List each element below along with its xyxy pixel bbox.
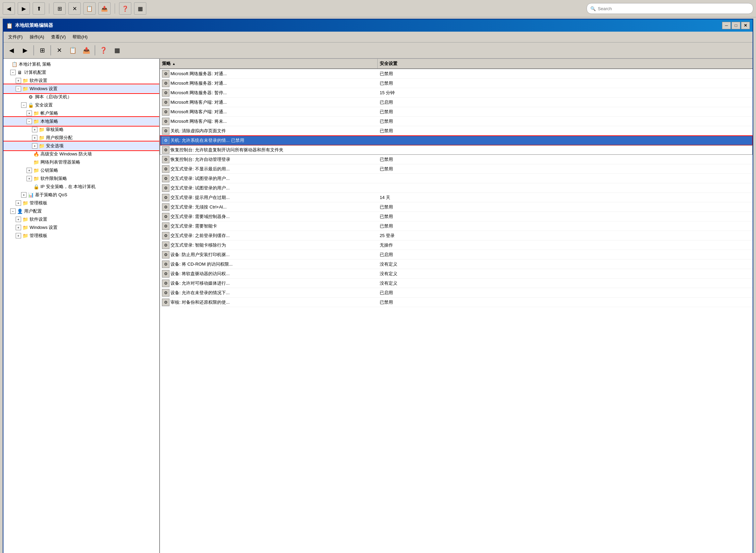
minimize-button[interactable]: ─	[722, 22, 731, 29]
windows-settings-expand[interactable]: −	[16, 86, 21, 91]
toolbar-extra-button[interactable]: ▦	[111, 44, 123, 56]
menu-file[interactable]: 文件(F)	[5, 33, 26, 41]
qos-expand[interactable]: +	[21, 192, 27, 198]
list-row[interactable]: ⚙ 交互式登录: 试图登录的用户...	[160, 183, 753, 193]
user-windows-expand[interactable]: +	[16, 225, 21, 230]
list-row[interactable]: ⚙ Microsoft 网络服务器: 暂停... 15 分钟	[160, 88, 753, 98]
window-icon: 📋	[6, 22, 13, 29]
list-row[interactable]: ⚙ 交互式登录: 智能卡移除行为 无操作	[160, 240, 753, 250]
row-icon: ⚙	[162, 270, 169, 278]
list-row[interactable]: ⚙ 设备: 防止用户安装打印机驱... 已启用	[160, 250, 753, 259]
user-software-expand[interactable]: +	[16, 217, 21, 222]
local-policy-expand[interactable]: −	[27, 119, 32, 124]
search-input[interactable]	[598, 6, 750, 11]
audit-policy-expand[interactable]: +	[32, 127, 37, 132]
list-row[interactable]: ⚙ 审核: 对备份和还原权限的使... 已禁用	[160, 298, 753, 307]
os-move-button[interactable]: 📤	[98, 2, 111, 15]
list-row[interactable]: ⚙ 交互式登录: 无须按 Ctrl+Al... 已禁用	[160, 202, 753, 212]
header-policy[interactable]: 策略 ▲	[160, 59, 378, 68]
list-row[interactable]: ⚙ 关机: 清除虚拟内存页面文件 已禁用	[160, 126, 753, 136]
security-options-expand[interactable]: +	[32, 143, 37, 149]
software-settings-expand[interactable]: +	[16, 78, 21, 83]
account-policy-expand[interactable]: +	[27, 111, 32, 116]
list-row[interactable]: ⚙ 交互式登录: 提示用户在过期... 14 天	[160, 193, 753, 202]
toolbar-back-button[interactable]: ◀	[5, 44, 18, 56]
toolbar-copy-button[interactable]: 📋	[67, 44, 79, 56]
tree-item-windows-settings[interactable]: − 📁 Windows 设置	[3, 85, 159, 93]
list-row[interactable]: ⚙ Microsoft 网络客户端: 对通... 已禁用	[160, 107, 753, 117]
list-row[interactable]: ⚙ 恢复控制台: 允许软盘复制开访问所有驱动器和所有文件夹	[160, 145, 753, 155]
toolbar-delete-button[interactable]: ✕	[53, 44, 65, 56]
menu-action[interactable]: 操作(A)	[27, 33, 47, 41]
tree-item-security-settings[interactable]: − 🔒 安全设置	[3, 101, 159, 109]
list-row[interactable]: ⚙ 设备: 将软盘驱动器的访问权... 没有定义	[160, 269, 753, 279]
tree-root[interactable]: 📋 本地计算机 策略	[3, 60, 159, 68]
security-settings-expand[interactable]: −	[21, 102, 27, 108]
tree-item-public-key[interactable]: + 📁 公钥策略	[3, 166, 159, 174]
tree-item-account-policy[interactable]: + 📁 帐户策略	[3, 109, 159, 117]
tree-item-computer-config[interactable]: − 🖥 计算机配置	[3, 68, 159, 77]
toolbar-view-button[interactable]: ⊞	[36, 44, 48, 56]
os-search-box[interactable]: 🔍	[587, 3, 753, 14]
admin-templates-expand[interactable]: +	[16, 200, 21, 206]
os-delete-button[interactable]: ✕	[68, 2, 81, 15]
list-row[interactable]: ⚙ 恢复控制台: 允许自动管理登录 已禁用	[160, 155, 753, 164]
user-rights-expand[interactable]: +	[32, 135, 37, 140]
tree-item-user-windows[interactable]: + 📁 Windows 设置	[3, 223, 159, 232]
tree-item-software-restrict[interactable]: + 📁 软件限制策略	[3, 174, 159, 183]
menu-help[interactable]: 帮助(H)	[70, 33, 90, 41]
tree-item-qos[interactable]: + 📊 基于策略的 QoS	[3, 191, 159, 199]
list-row[interactable]: ⚙ Microsoft 网络服务器: 对通... 已禁用	[160, 69, 753, 79]
os-view-button[interactable]: ⊞	[53, 2, 66, 15]
list-row[interactable]: ⚙ 交互式登录: 之前登录到缓存... 25 登录	[160, 231, 753, 240]
public-key-expand[interactable]: +	[27, 168, 32, 173]
user-admin-icon: 📁	[22, 233, 29, 238]
close-button[interactable]: ✕	[741, 22, 750, 29]
list-row[interactable]: ⚙ Microsoft 网络客户端: 将未... 已禁用	[160, 117, 753, 126]
user-config-expand[interactable]: −	[10, 208, 16, 214]
list-row[interactable]: ⚙ Microsoft 网络服务器: 对通... 已禁用	[160, 79, 753, 88]
software-restrict-label: 软件限制策略	[40, 175, 67, 182]
list-row[interactable]: ⚙ 交互式登录: 需要智能卡 已禁用	[160, 221, 753, 231]
list-row-selected[interactable]: ⚙ 关机: 允许系统在未登录的情... 已禁用	[160, 136, 753, 145]
tree-item-ip-security[interactable]: 🔒 IP 安全策略，在 本地计算机	[3, 183, 159, 191]
menu-view[interactable]: 查看(V)	[48, 33, 68, 41]
os-forward-button[interactable]: ▶	[18, 2, 30, 15]
tree-item-user-admin[interactable]: + 📁 管理模板	[3, 232, 159, 240]
os-back-button[interactable]: ◀	[3, 2, 15, 15]
toolbar-export-button[interactable]: 📤	[80, 44, 93, 56]
os-help-button[interactable]: ❓	[119, 2, 131, 15]
list-row[interactable]: ⚙ 交互式登录: 不显示最后的用... 已禁用	[160, 164, 753, 174]
security-cell: 已禁用	[378, 221, 500, 231]
maximize-button[interactable]: □	[732, 22, 740, 29]
user-software-label: 软件设置	[30, 216, 47, 222]
list-row[interactable]: ⚙ Microsoft 网络客户端: 对通... 已启用	[160, 98, 753, 107]
tree-item-advanced-firewall[interactable]: 🔥 高级安全 Windows 防火墙	[3, 150, 159, 158]
os-up-button[interactable]: ⬆	[33, 2, 45, 15]
tree-item-user-config[interactable]: − 👤 用户配置	[3, 207, 159, 215]
list-row[interactable]: ⚙ 设备: 允许对可移动媒体进行... 没有定义	[160, 279, 753, 288]
row-icon: ⚙	[162, 280, 169, 287]
tree-item-user-rights[interactable]: + 📁 用户权限分配	[3, 134, 159, 142]
toolbar-help-button[interactable]: ❓	[97, 44, 110, 56]
tree-item-software-settings[interactable]: + 📁 软件设置	[3, 77, 159, 85]
tree-item-local-policy[interactable]: − 📁 本地策略	[3, 117, 159, 125]
os-copy-button[interactable]: 📋	[83, 2, 96, 15]
os-extra-button[interactable]: ▦	[134, 2, 146, 15]
toolbar-forward-button[interactable]: ▶	[19, 44, 31, 56]
user-admin-expand[interactable]: +	[16, 233, 21, 238]
computer-config-expand[interactable]: −	[10, 70, 16, 75]
list-row[interactable]: ⚙ 交互式登录: 需要域控制器身... 已禁用	[160, 212, 753, 221]
tree-item-audit-policy[interactable]: + 📁 审核策略	[3, 125, 159, 134]
list-row[interactable]: ⚙ 设备: 将 CD-ROM 的访问权限... 没有定义	[160, 259, 753, 269]
list-row[interactable]: ⚙ 交互式登录: 试图登录的用户...	[160, 174, 753, 183]
tree-item-user-software[interactable]: + 📁 软件设置	[3, 215, 159, 223]
software-restrict-expand[interactable]: +	[27, 176, 32, 181]
security-cell: 没有定义	[378, 279, 500, 288]
header-security[interactable]: 安全设置	[378, 59, 500, 68]
tree-item-admin-templates[interactable]: + 📁 管理模板	[3, 199, 159, 207]
tree-item-security-options[interactable]: + 📁 安全选项	[3, 142, 159, 150]
list-row[interactable]: ⚙ 设备: 允许在未登录的情况下... 已启用	[160, 288, 753, 298]
tree-item-network-list[interactable]: 📁 网络列表管理器策略	[3, 158, 159, 166]
tree-item-scripts[interactable]: ⚙ 脚本（启动/关机）	[3, 93, 159, 101]
